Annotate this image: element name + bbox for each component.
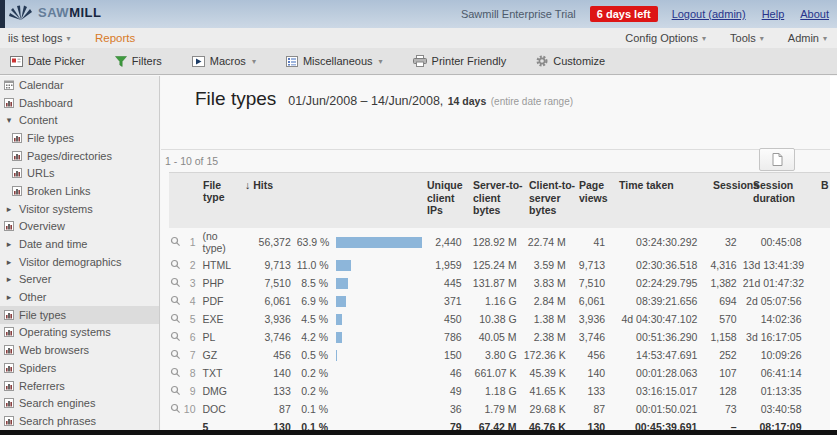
sidebar-item-operating-systems[interactable]: Operating systems <box>0 324 159 342</box>
column-header-dur[interactable]: Session duration <box>753 179 819 204</box>
magnifier-icon[interactable] <box>170 313 181 324</box>
cell-zoom[interactable] <box>169 259 183 272</box>
column-header-pv[interactable]: Page views <box>579 179 619 204</box>
report-icon <box>3 381 15 391</box>
cell-ips: 1,959 <box>422 259 467 271</box>
cell-pct: 11.0 % <box>297 259 334 271</box>
magnifier-icon[interactable] <box>170 367 181 378</box>
nav-menus: Config Options▾Tools▾Admin▾ <box>625 28 827 48</box>
column-header-hits[interactable]: ↓ Hits <box>245 179 299 192</box>
cell-zoom[interactable] <box>169 349 183 362</box>
column-header-c2s[interactable]: Client-to-server bytes <box>529 179 579 217</box>
column-header-s2c[interactable]: Server-to-client bytes <box>473 179 529 217</box>
cell-pct: 4.2 % <box>297 331 334 343</box>
cell-type: (no type) <box>199 230 244 254</box>
sidebar-item-overview[interactable]: Overview <box>0 218 159 236</box>
sidebar-item-file-types[interactable]: File types <box>0 129 159 147</box>
app-window: SAWMILL Sawmill Enterprise Trial 6 days … <box>0 0 837 435</box>
menu-admin[interactable]: Admin▾ <box>788 32 827 44</box>
magnifier-icon[interactable] <box>170 259 181 270</box>
report-icon <box>3 98 15 108</box>
window-edge-bottom <box>0 430 837 435</box>
cell-zoom[interactable] <box>169 403 183 416</box>
sidebar-item-broken-links[interactable]: Broken Links <box>0 182 159 200</box>
report-icon <box>11 168 23 178</box>
cell-pct: 0.5 % <box>297 349 334 361</box>
magnifier-icon[interactable] <box>170 236 181 247</box>
cell-type: GZ <box>199 349 244 361</box>
toolbar-macros[interactable]: Macros▾ <box>192 55 256 67</box>
sidebar-item-web-browsers[interactable]: Web browsers <box>0 341 159 359</box>
profile-dropdown[interactable]: iis test logs ▾ <box>8 28 70 48</box>
sidebar-item-server[interactable]: ▸Server <box>0 271 159 289</box>
sidebar-item-search-engines[interactable]: Search engines <box>0 394 159 412</box>
sidebar-item-visitor-systems[interactable]: ▸Visitor systems <box>0 200 159 218</box>
magnifier-icon[interactable] <box>170 385 181 396</box>
top-link-about[interactable]: About <box>800 8 829 20</box>
magnifier-icon[interactable] <box>170 349 181 360</box>
toolbar-customize[interactable]: Customize <box>536 55 605 67</box>
sawmill-logo[interactable]: SAWMILL <box>8 3 101 21</box>
toolbar-printer-friendly[interactable]: Printer Friendly <box>413 55 507 67</box>
cell-time: 00:51:36.290 <box>611 331 703 343</box>
cell-num: 7 <box>183 349 199 361</box>
cell-hits: 56,372 <box>244 236 297 248</box>
top-link-help[interactable]: Help <box>762 8 785 20</box>
export-page-button[interactable] <box>759 148 795 171</box>
chevron-down-icon: ▾ <box>823 34 827 43</box>
column-label: File type <box>203 179 225 203</box>
column-header-ips[interactable]: Unique client IPs <box>427 179 473 217</box>
sidebar-item-content[interactable]: ▾Content <box>0 111 159 129</box>
cell-dur: 2d 05:07:56 <box>743 295 808 307</box>
cell-type: PL <box>199 331 244 343</box>
cell-zoom[interactable] <box>169 236 183 249</box>
cell-num: 5 <box>183 313 199 325</box>
sidebar: CalendarDashboard▾ContentFile typesPages… <box>0 76 160 430</box>
top-link-logout-admin-[interactable]: Logout (admin) <box>672 8 746 20</box>
cell-ips: 2,440 <box>422 236 467 248</box>
menu-tools[interactable]: Tools▾ <box>730 32 764 44</box>
sidebar-item-referrers[interactable]: Referrers <box>0 377 159 395</box>
sidebar-item-calendar[interactable]: Calendar <box>0 76 159 94</box>
sidebar-item-pages-directories[interactable]: Pages/directories <box>0 147 159 165</box>
tab-reports[interactable]: Reports <box>95 28 135 48</box>
magnifier-icon[interactable] <box>170 277 181 288</box>
cell-zoom[interactable] <box>169 295 183 308</box>
cell-zoom[interactable] <box>169 367 183 380</box>
cell-zoom[interactable] <box>169 331 183 344</box>
sidebar-item-dashboard[interactable]: Dashboard <box>0 94 159 112</box>
cell-type: EXE <box>199 313 244 325</box>
column-header-time[interactable]: Time taken <box>619 179 713 192</box>
filters-icon <box>115 56 127 67</box>
toolbar: Date PickerFiltersMacros▾Miscellaneous▾P… <box>0 48 837 75</box>
cell-c2s: 3.59 M <box>523 259 572 271</box>
cell-zoom[interactable] <box>169 277 183 290</box>
cell-zoom[interactable] <box>169 385 183 398</box>
cell-type: DMG <box>199 385 244 397</box>
cell-s2c: 40.05 M <box>468 331 523 343</box>
sidebar-item-other[interactable]: ▸Other <box>0 288 159 306</box>
magnifier-icon[interactable] <box>170 403 181 414</box>
toolbar-filters[interactable]: Filters <box>115 55 162 67</box>
cell-hits: 3,746 <box>244 331 297 343</box>
scrollbar-track[interactable] <box>830 76 837 430</box>
cell-ips: 445 <box>422 277 467 289</box>
toolbar-date-picker[interactable]: Date Picker <box>10 55 85 67</box>
column-header-type[interactable]: File type <box>199 179 245 203</box>
sidebar-item-file-types[interactable]: File types <box>0 306 159 324</box>
toolbar-miscellaneous[interactable]: Miscellaneous▾ <box>286 55 383 67</box>
sidebar-item-date-and-time[interactable]: ▸Date and time <box>0 235 159 253</box>
top-bar-right: Sawmill Enterprise Trial 6 days left Log… <box>461 0 829 28</box>
sidebar-item-search-phrases[interactable]: Search phrases <box>0 412 159 430</box>
menu-config-options[interactable]: Config Options▾ <box>625 32 706 44</box>
logo-text: SAWMILL <box>38 5 101 20</box>
toolbar-label: Miscellaneous <box>303 55 373 67</box>
magnifier-icon[interactable] <box>170 295 181 306</box>
column-header-sess[interactable]: Sessions <box>713 179 753 192</box>
sidebar-item-spiders[interactable]: Spiders <box>0 359 159 377</box>
sidebar-item-visitor-demographics[interactable]: ▸Visitor demographics <box>0 253 159 271</box>
sidebar-item-urls[interactable]: URLs <box>0 164 159 182</box>
cell-pv: 3,936 <box>572 313 611 325</box>
magnifier-icon[interactable] <box>170 331 181 342</box>
cell-zoom[interactable] <box>169 313 183 326</box>
